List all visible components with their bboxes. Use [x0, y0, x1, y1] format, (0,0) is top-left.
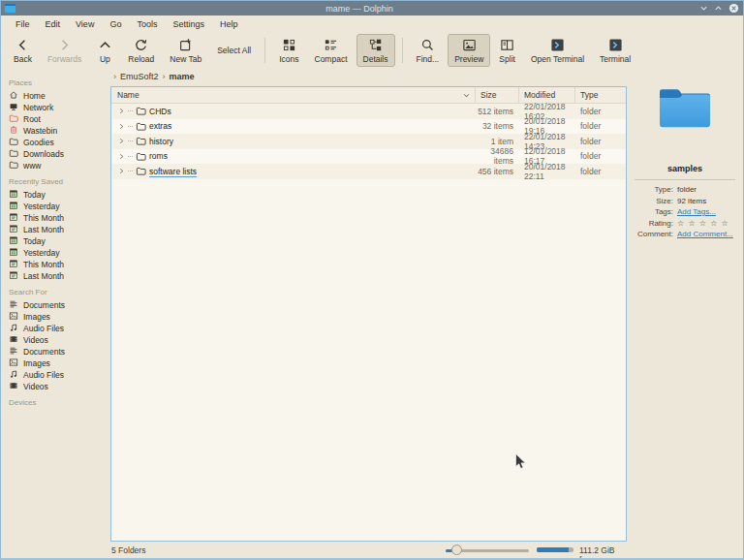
- breadcrumb-separator-icon: ›: [113, 72, 116, 81]
- breadcrumb-item-mame[interactable]: mame: [170, 72, 195, 81]
- sidebar-item-today[interactable]: Today: [9, 237, 108, 245]
- up-button[interactable]: Up: [90, 34, 119, 67]
- info-link[interactable]: Add Comment...: [677, 230, 733, 238]
- rating-stars[interactable]: ☆ ☆ ☆ ☆ ☆: [677, 219, 729, 228]
- info-link[interactable]: Add Tags...: [677, 207, 716, 216]
- sidebar-item-this-month[interactable]: This Month: [9, 214, 108, 222]
- file-type-cell: folder: [575, 151, 626, 161]
- calendar-month-icon: [9, 212, 18, 224]
- sidebar-item-label: Goodies: [23, 138, 54, 147]
- expand-chevron-icon[interactable]: [118, 138, 125, 144]
- menu-help[interactable]: Help: [213, 17, 245, 31]
- info-label: Size:: [627, 197, 677, 205]
- sidebar-item-root[interactable]: Root: [9, 115, 108, 123]
- sidebar-item-network[interactable]: Network: [9, 104, 108, 111]
- chevron-down-icon: [699, 4, 708, 13]
- menu-tools[interactable]: Tools: [130, 17, 164, 31]
- sidebar-item-label: Images: [23, 358, 50, 368]
- select-all-button[interactable]: Select All: [210, 34, 258, 67]
- sidebar-item-yesterday[interactable]: Yesterday: [9, 249, 108, 257]
- expand-chevron-icon[interactable]: [118, 123, 125, 130]
- file-name-label[interactable]: software lists: [149, 167, 197, 176]
- sidebar-item-downloads[interactable]: Downloads: [9, 150, 108, 158]
- file-rows: CHDs512 items22/01/2018 16:02folderextra…: [111, 104, 626, 541]
- sidebar-item-videos[interactable]: Videos: [9, 336, 108, 344]
- titlebar[interactable]: mame — Dolphin: [1, 1, 743, 16]
- menu-view[interactable]: View: [69, 17, 101, 31]
- close-circle-icon: [728, 3, 739, 14]
- sidebar-item-label: This Month: [23, 260, 64, 269]
- places-panel: PlacesHomeNetworkRootWastebinGoodiesDown…: [1, 69, 108, 558]
- sidebar-item-videos[interactable]: Videos: [9, 383, 108, 390]
- terminal-button[interactable]: Terminal: [593, 34, 637, 67]
- file-name-label[interactable]: roms: [149, 151, 168, 161]
- selected-item-name: samples: [667, 164, 702, 173]
- file-name-label[interactable]: CHDs: [149, 107, 171, 116]
- expand-chevron-icon[interactable]: [118, 153, 125, 160]
- sidebar-item-audio-files[interactable]: Audio Files: [9, 325, 108, 332]
- expand-chevron-icon[interactable]: [118, 108, 125, 114]
- sidebar-item-this-month[interactable]: This Month: [9, 261, 108, 268]
- sidebar-section-places: Places: [9, 78, 108, 87]
- sidebar-item-documents[interactable]: Documents: [9, 301, 108, 309]
- details-button[interactable]: Details: [356, 34, 395, 67]
- breadcrumb-item-emusoft2[interactable]: EmuSoft2: [120, 72, 159, 81]
- column-header-size[interactable]: Size: [476, 87, 519, 103]
- sidebar-item-label: Images: [23, 312, 50, 322]
- info-label: Type:: [627, 185, 677, 194]
- icons-button[interactable]: Icons: [272, 34, 305, 67]
- sidebar-item-images[interactable]: Images: [9, 313, 108, 321]
- network-icon: [9, 102, 18, 113]
- audio-icon: [9, 369, 18, 381]
- sidebar-item-wastebin[interactable]: Wastebin: [9, 127, 108, 135]
- back-button[interactable]: Back: [7, 34, 39, 67]
- sidebar-item-documents[interactable]: Documents: [9, 348, 108, 356]
- column-header-name[interactable]: Name: [111, 87, 476, 103]
- file-name-label[interactable]: history: [149, 137, 173, 146]
- disk-usage-bar: [537, 547, 574, 552]
- toolbar-button-label: Select All: [217, 46, 251, 55]
- calendar-month-icon: [9, 259, 18, 270]
- menu-settings[interactable]: Settings: [166, 17, 211, 31]
- forwards-button[interactable]: Forwards: [41, 34, 88, 67]
- folder-red-icon: [9, 113, 18, 125]
- preview-button[interactable]: Preview: [448, 34, 490, 67]
- file-size-cell: 32 items: [476, 121, 519, 131]
- reload-button[interactable]: Reload: [121, 34, 161, 67]
- sidebar-item-images[interactable]: Images: [9, 359, 108, 367]
- open-terminal-button[interactable]: Open Terminal: [524, 34, 591, 67]
- file-name-label[interactable]: extras: [149, 121, 171, 131]
- sidebar-item-goodies[interactable]: Goodies: [9, 139, 108, 146]
- split-button[interactable]: Split: [492, 34, 522, 67]
- sidebar-item-label: Downloads: [23, 149, 64, 159]
- sidebar-item-www[interactable]: www: [9, 162, 108, 170]
- slider-handle[interactable]: [451, 544, 462, 555]
- file-row-software-lists[interactable]: software lists456 items20/01/2018 22:11f…: [111, 164, 626, 179]
- sidebar-item-home[interactable]: Home: [9, 92, 108, 100]
- expand-chevron-icon[interactable]: [118, 168, 125, 174]
- column-header-modified[interactable]: Modified: [519, 87, 575, 103]
- close-button[interactable]: [728, 3, 739, 14]
- menu-edit[interactable]: Edit: [39, 17, 68, 31]
- sidebar-item-label: Audio Files: [23, 370, 64, 380]
- sidebar-item-yesterday[interactable]: Yesterday: [9, 202, 108, 210]
- file-type-cell: folder: [575, 107, 626, 116]
- compact-button[interactable]: Compact: [308, 34, 355, 67]
- sidebar-item-last-month[interactable]: Last Month: [9, 226, 108, 233]
- folder-icon: [136, 151, 146, 162]
- column-header-type[interactable]: Type: [575, 87, 626, 103]
- sidebar-item-today[interactable]: Today: [9, 191, 108, 199]
- terminal-icon: [607, 38, 623, 53]
- chevron-up-icon: [714, 4, 723, 13]
- maximize-button[interactable]: [714, 4, 723, 13]
- sidebar-item-audio-files[interactable]: Audio Files: [9, 371, 108, 379]
- minimize-button[interactable]: [699, 4, 708, 13]
- new-tab-button[interactable]: New Tab: [163, 34, 208, 67]
- menu-go[interactable]: Go: [103, 17, 128, 31]
- zoom-slider[interactable]: [446, 546, 529, 553]
- menu-file[interactable]: File: [9, 17, 37, 31]
- sidebar-item-last-month[interactable]: Last Month: [9, 272, 108, 280]
- info-label: Rating:: [627, 219, 677, 228]
- find-button[interactable]: Find...: [410, 34, 447, 67]
- toolbar: BackForwardsUpReloadNew TabSelect AllIco…: [1, 32, 743, 69]
